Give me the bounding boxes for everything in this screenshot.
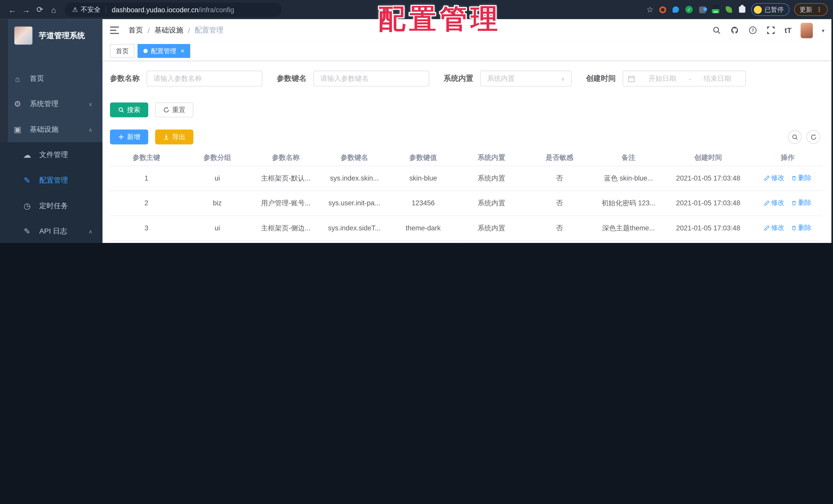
row-delete-link[interactable]: 删除 (791, 198, 811, 207)
sidebar-item-基础设施[interactable]: ▣基础设施∧ (0, 117, 103, 143)
sidebar-item-配置管理[interactable]: ✎配置管理 (0, 168, 103, 193)
github-icon[interactable] (730, 26, 739, 35)
sidebar-item-系统管理[interactable]: ⚙系统管理∨ (0, 91, 103, 117)
table-cell: 否 (525, 216, 593, 241)
hide-search-circle-button[interactable] (788, 130, 802, 144)
address-bar[interactable]: ⚠ 不安全 dashboard.yudao.iocoder.cn /infra/… (65, 2, 282, 17)
table-cell: 2021-01-19 03:10:26 (664, 241, 753, 243)
extension-pin-icon[interactable] (671, 5, 680, 14)
calendar-icon (628, 75, 635, 82)
sidebar-item-API 日志[interactable]: ✎API 日志∧ (0, 219, 103, 243)
table-cell: 初始化密码 123... (593, 191, 664, 216)
table-header-row: 参数主键参数分组参数名称参数键名参数键值系统内置是否敏感备注创建时间操作 (110, 150, 823, 166)
browser-window: ← → ⟳ ⌂ ⚠ 不安全 dashboard.yudao.iocoder.cn… (0, 0, 833, 243)
row-delete-link[interactable]: 删除 (791, 174, 811, 182)
user-avatar[interactable] (801, 23, 813, 38)
export-button[interactable]: 导出 (155, 130, 193, 145)
table-row: 2biz用户管理-账号...sys.user.init-pa...123456系… (110, 191, 823, 216)
profile-paused-badge[interactable]: 已暂停 (751, 3, 789, 16)
extension-on-badge-icon[interactable]: on (711, 5, 720, 14)
breadcrumb: 首页/基础设施/配置管理 (128, 26, 223, 35)
sidebar-item-label: 文件管理 (40, 150, 68, 159)
table-body: 1ui主框架页-默认...sys.index.skin...skin-blue系… (110, 166, 823, 243)
bookmark-star-icon[interactable]: ☆ (646, 5, 653, 14)
table-cell: skin-blue (389, 166, 457, 191)
filter-form: 参数名称 请输入参数名称 参数键名 请输入参数键名 系统内置 系统内置 ∨ (110, 71, 823, 86)
table-cell: 深色主题theme... (593, 216, 664, 241)
extension-green-check-icon[interactable]: ✓ (685, 5, 693, 14)
chevron-up-icon: ∧ (89, 127, 92, 132)
table-cell: 123456 (389, 191, 457, 216)
filter-key-input[interactable]: 请输入参数键名 (313, 71, 429, 86)
filter-type-select[interactable]: 系统内置 ∨ (480, 71, 572, 86)
table-cell: sys.index.sideT... (320, 216, 389, 241)
table-cell: ui (183, 166, 252, 191)
extension-orange-icon[interactable] (658, 5, 667, 14)
menu-kebab-icon[interactable]: ⋮ (816, 6, 823, 13)
active-tab-dot (143, 49, 148, 53)
row-edit-link[interactable]: 修改 (764, 198, 784, 207)
tab-配置管理[interactable]: 配置管理× (138, 44, 190, 58)
reset-button[interactable]: 重置 (155, 103, 193, 117)
extensions-puzzle-icon[interactable] (738, 5, 746, 14)
tab-首页[interactable]: 首页 (110, 44, 134, 58)
search-icon[interactable] (712, 26, 721, 35)
tab-label: 首页 (116, 47, 129, 55)
table-row: 41xxxdemo.test10自定义否52021-01-19 03:10:26… (110, 241, 823, 243)
row-delete-link[interactable]: 删除 (791, 224, 811, 232)
breadcrumb-item-首页[interactable]: 首页 (128, 26, 143, 35)
api-log-icon: ✎ (22, 227, 32, 236)
table-cell: 3 (110, 216, 183, 241)
sidebar-item-label: 配置管理 (40, 176, 68, 185)
row-edit-link[interactable]: 修改 (764, 174, 784, 182)
table-cell: biz (183, 191, 252, 216)
table-cell: theme-dark (389, 216, 457, 241)
font-size-icon[interactable]: tT (785, 26, 791, 34)
not-secure-label: 不安全 (80, 5, 100, 14)
sidebar-toggle-icon[interactable] (110, 27, 119, 34)
app-logo-avatar (14, 27, 32, 45)
breadcrumb-item-基础设施[interactable]: 基础设施 (154, 26, 183, 35)
filter-name-input[interactable]: 请输入参数名称 (147, 71, 263, 86)
extension-gray-icon[interactable] (698, 5, 707, 14)
table-cell: sys.user.init-pa... (320, 191, 389, 216)
fullscreen-icon[interactable] (766, 26, 776, 35)
tab-label: 配置管理 (151, 47, 176, 55)
home-icon[interactable]: ⌂ (47, 5, 61, 14)
tags-view-bar: 首页配置管理× (103, 42, 833, 61)
filter-type-label: 系统内置 (444, 74, 473, 83)
infrastructure-icon: ▣ (13, 125, 22, 134)
refresh-circle-button[interactable] (806, 130, 820, 144)
app-logo-row[interactable]: 芋道管理系统 (0, 19, 103, 52)
sidebar-item-定时任务[interactable]: ◷定时任务 (0, 193, 103, 219)
reload-icon[interactable]: ⟳ (33, 5, 47, 14)
add-button[interactable]: 新增 (110, 130, 148, 145)
window-edge-right (831, 19, 833, 243)
back-icon[interactable]: ← (5, 5, 19, 14)
search-button[interactable]: 搜索 (110, 103, 148, 117)
sidebar-menu: ⌂首页⚙系统管理∨▣基础设施∧☁文件管理✎配置管理◷定时任务✎API 日志∧✎访… (0, 66, 103, 243)
tab-close-icon[interactable]: × (181, 47, 185, 55)
help-icon[interactable]: ? (748, 26, 757, 35)
row-edit-link[interactable]: 修改 (764, 224, 784, 232)
table-cell: 系统内置 (457, 216, 525, 241)
sidebar-item-文件管理[interactable]: ☁文件管理 (0, 142, 103, 168)
table-cell: 系统内置 (457, 191, 525, 216)
sidebar-item-首页[interactable]: ⌂首页 (0, 66, 103, 91)
column-header-备注: 备注 (593, 150, 664, 166)
chevron-up-icon: ∧ (89, 229, 92, 234)
chrome-update-button[interactable]: 更新 ⋮ (794, 3, 828, 16)
table-cell: ui (183, 216, 252, 241)
column-header-参数分组: 参数分组 (183, 150, 252, 166)
extension-leaf-icon[interactable] (725, 5, 733, 14)
filter-date-range[interactable]: 开始日期 - 结束日期 (623, 71, 746, 86)
forward-icon[interactable]: → (19, 5, 33, 14)
table-cell: 系统内置 (457, 166, 525, 191)
avatar-caret-down-icon[interactable]: ▾ (822, 27, 824, 33)
config-edit-icon: ✎ (22, 176, 32, 185)
table-cell: 否 (525, 191, 593, 216)
table-cell: 1 (110, 166, 183, 191)
table-cell: 2021-01-05 17:03:48 (664, 216, 753, 241)
table-cell: sys.index.skin... (320, 166, 389, 191)
url-path: /infra/config (198, 6, 234, 14)
